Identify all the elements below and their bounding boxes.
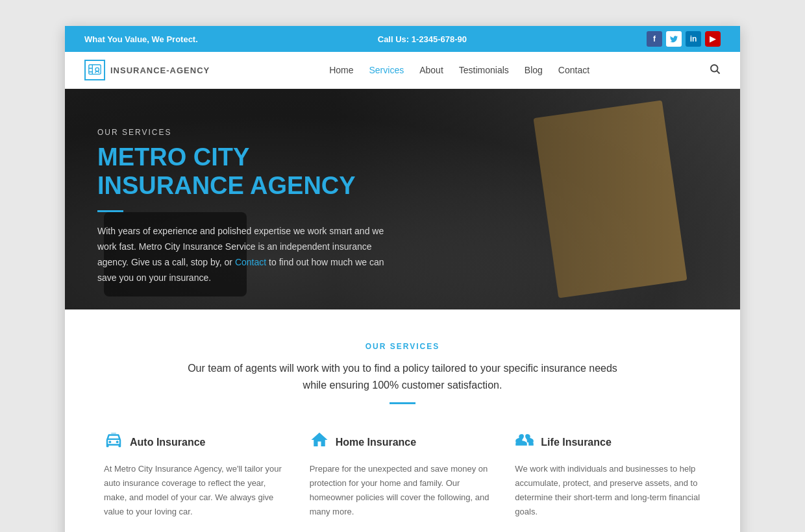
services-description: Our team of agents will work with you to…: [182, 360, 623, 393]
facebook-icon[interactable]: f: [647, 31, 662, 47]
svg-line-3: [717, 71, 719, 73]
nav-item-home[interactable]: Home: [329, 65, 353, 75]
phone: Call Us: 1-2345-678-90: [378, 34, 467, 44]
life-insurance-icon: [515, 430, 534, 454]
hero-content: OUR SERVICES METRO CITY INSURANCE AGENCY…: [65, 89, 428, 309]
life-insurance-card: Life Insurance We work with individuals …: [515, 430, 701, 519]
youtube-icon[interactable]: ▶: [705, 31, 721, 47]
svg-point-4: [109, 441, 112, 443]
auto-card-header: Auto Insurance: [104, 430, 290, 454]
twitter-icon[interactable]: [666, 31, 682, 47]
browser-window: What You Value, We Protect. Call Us: 1-2…: [65, 26, 740, 532]
section-divider: [390, 402, 415, 404]
life-card-title: Life Insurance: [541, 437, 611, 448]
life-card-header: Life Insurance: [515, 430, 701, 454]
auto-card-text: At Metro City Insurance Agency, we'll ta…: [104, 462, 290, 519]
svg-point-2: [711, 65, 718, 72]
logo-icon: [84, 60, 105, 80]
services-section: OUR SERVICES Our team of agents will wor…: [65, 309, 740, 532]
logo[interactable]: INSURANCE-AGENCY: [84, 60, 210, 80]
hero-title: METRO CITY INSURANCE AGENCY: [97, 143, 396, 200]
logo-text: INSURANCE-AGENCY: [110, 66, 210, 75]
home-insurance-icon: [310, 430, 329, 454]
hero-body: With years of experience and polished ex…: [97, 224, 396, 285]
search-icon[interactable]: [709, 63, 721, 78]
contact-link[interactable]: Contact: [235, 257, 266, 267]
home-insurance-card: Home Insurance Prepare for the unexpecte…: [310, 430, 496, 519]
social-links: f in ▶: [647, 31, 721, 47]
nav-item-about[interactable]: About: [419, 65, 443, 75]
hero-divider: [97, 210, 123, 212]
linkedin-icon[interactable]: in: [686, 31, 701, 47]
hero-label: OUR SERVICES: [97, 128, 396, 137]
service-cards: Auto Insurance At Metro City Insurance A…: [104, 430, 701, 519]
nav-links: Home Services About Testimonials Blog Co…: [329, 65, 589, 75]
services-label: OUR SERVICES: [104, 342, 701, 351]
navbar: INSURANCE-AGENCY Home Services About Tes…: [65, 52, 740, 89]
home-card-header: Home Insurance: [310, 430, 496, 454]
svg-point-5: [116, 441, 119, 443]
svg-point-1: [95, 67, 99, 71]
tagline: What You Value, We Protect.: [84, 34, 198, 44]
life-card-text: We work with individuals and businesses …: [515, 462, 701, 519]
nav-item-testimonials[interactable]: Testimonials: [459, 65, 509, 75]
home-card-text: Prepare for the unexpected and save mone…: [310, 462, 496, 519]
hero-section: OUR SERVICES METRO CITY INSURANCE AGENCY…: [65, 89, 740, 309]
home-card-title: Home Insurance: [336, 437, 416, 448]
nav-item-contact[interactable]: Contact: [558, 65, 589, 75]
top-bar: What You Value, We Protect. Call Us: 1-2…: [65, 26, 740, 52]
auto-card-title: Auto Insurance: [130, 437, 205, 448]
nav-item-services[interactable]: Services: [369, 65, 404, 75]
auto-insurance-card: Auto Insurance At Metro City Insurance A…: [104, 430, 290, 519]
auto-insurance-icon: [104, 430, 123, 454]
nav-item-blog[interactable]: Blog: [525, 65, 543, 75]
